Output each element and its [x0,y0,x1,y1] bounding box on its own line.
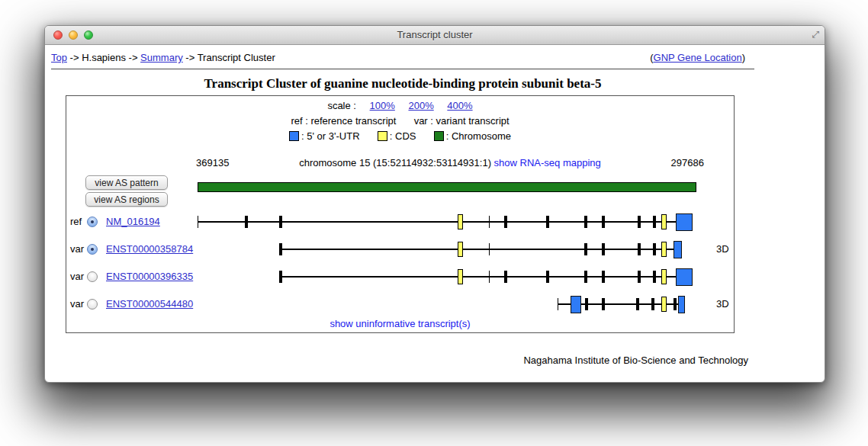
footer-credit: Nagahama Institute of Bio-Science and Te… [51,355,754,366]
intron-line [198,221,690,223]
exon-tick [674,298,677,310]
breadcrumb-item-current: Transcript Cluster [198,52,275,63]
breadcrumb-row: Top -> H.sapiens -> Summary -> Transcrip… [51,45,754,67]
exon-tick [602,271,605,283]
color-legend-row: : 5' or 3'-UTR : CDS : Chromosome [66,129,734,144]
exon-tick [636,298,639,310]
scale-row: scale : 100% 200% 400% [66,98,734,114]
view-as-regions-button[interactable]: view AS regions [85,192,168,207]
exon-tick [585,298,588,310]
title-bar[interactable]: Transcript cluster ⤢ [45,26,825,45]
scale-100-link[interactable]: 100% [370,100,395,111]
cds-exon [458,214,463,229]
scale-200-link[interactable]: 200% [408,100,433,111]
exon-tick [653,271,656,283]
transcript-type-label: var [70,266,84,287]
exon-tick [584,243,587,255]
utr-exon [674,241,682,258]
exon-tick [504,216,507,228]
region-coordinates-row: 369135 chromosome 15 (15:52114932:531149… [196,157,730,168]
transcript-type-label: var [70,294,84,315]
exon-tick [546,216,549,228]
transcript-structure-diagram [196,266,730,287]
cds-exon [661,297,667,312]
exon-tick [602,243,605,255]
ref-var-legend-row: ref : reference transcript var : variant… [66,114,734,129]
boundary-tick [489,243,490,255]
screen: Transcript cluster ⤢ Top -> H.sapiens ->… [0,0,868,446]
three-d-label: 3D [716,239,729,260]
page-content: Top -> H.sapiens -> Summary -> Transcrip… [51,45,754,366]
transcript-row: refNM_016194 [66,211,734,233]
breadcrumb-link-summary[interactable]: Summary [140,52,183,63]
boundary-tick [198,216,198,228]
exon-tick [279,243,282,255]
paren-close: ) [742,52,745,63]
chromosome-legend-label: : Chromosome [446,130,511,142]
cds-exon [661,269,667,284]
rna-seq-mapping-link[interactable]: show RNA-seq mapping [494,157,601,168]
transcript-radio[interactable] [87,299,98,310]
breadcrumb-divider [51,69,754,69]
breadcrumb-separator: -> [126,52,140,63]
chromosome-legend-swatch-icon [434,131,444,141]
breadcrumb-link-top[interactable]: Top [51,52,67,63]
boundary-tick [489,216,490,228]
transcript-structure-diagram [196,294,730,315]
cds-exon [458,269,463,284]
breadcrumb-item-species: H.sapiens [82,52,126,63]
exon-tick [602,216,605,228]
utr-exon [676,268,693,286]
cds-legend-label: : CDS [390,130,416,142]
transcript-id-link[interactable]: ENST00000544480 [106,294,193,315]
chromosome-bar [198,182,696,192]
utr-exon [571,296,581,313]
utr-legend-swatch-icon [289,131,299,141]
app-window: Transcript cluster ⤢ Top -> H.sapiens ->… [44,25,825,383]
exon-tick [279,271,282,283]
exon-tick [638,216,641,228]
cds-legend-swatch-icon [378,131,387,141]
scale-label: scale : [327,100,356,111]
cds-exon [458,242,463,257]
exon-tick [279,216,282,228]
region-start-coordinate: 369135 [196,157,229,168]
window-resize-icon[interactable]: ⤢ [812,29,819,40]
transcript-radio[interactable] [87,244,98,255]
exon-tick [638,243,641,255]
page-title: Transcript Cluster of guanine nucleotide… [51,76,754,91]
transcript-structure-diagram [196,211,730,233]
exon-tick [653,243,656,255]
transcript-id-link[interactable]: ENST00000396335 [106,266,193,287]
transcript-row: varENST00000396335 [66,266,734,287]
transcript-type-label: var [70,239,84,260]
breadcrumb: Top -> H.sapiens -> Summary -> Transcrip… [51,52,275,63]
exon-tick [638,271,641,283]
region-title: chromosome 15 (15:52114932:53114931:1) [299,157,491,168]
transcript-type-label: ref [70,211,82,233]
transcript-id-link[interactable]: NM_016194 [106,211,160,233]
transcript-row: varENST000003587843D [66,239,734,260]
transcript-radio[interactable] [87,217,98,227]
ref-legend-label: ref : reference transcript [291,115,396,127]
region-end-coordinate: 297686 [671,157,704,168]
scale-400-link[interactable]: 400% [447,100,472,111]
cds-exon [661,214,667,229]
exon-tick [504,271,507,283]
view-as-pattern-button[interactable]: view AS pattern [85,175,168,190]
utr-legend-label: : 5' or 3'-UTR [301,130,359,142]
exon-tick [653,216,656,228]
transcript-id-link[interactable]: ENST00000358784 [106,239,193,260]
transcript-radio[interactable] [87,271,98,282]
utr-exon [676,213,693,231]
intron-line [281,276,691,278]
var-legend-label: var : variant transcript [414,115,510,127]
transcript-structure-diagram [196,239,730,260]
exon-tick [546,271,549,283]
breadcrumb-separator: -> [183,52,198,63]
utr-exon [678,296,685,313]
exon-tick [602,298,605,310]
show-uninformative-transcripts-link[interactable]: show uninformative transcript(s) [330,318,470,329]
gnp-gene-location-link[interactable]: GNP Gene Location [654,52,742,63]
exon-tick [584,216,587,228]
